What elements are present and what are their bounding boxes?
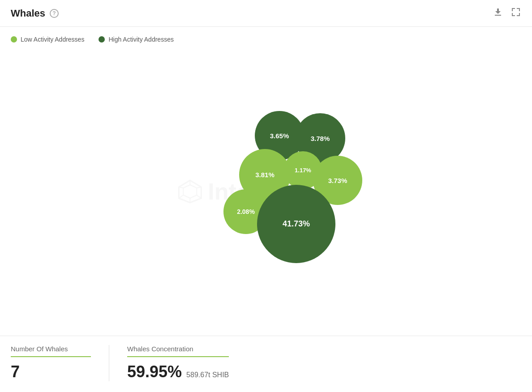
header: Whales ?: [0, 0, 532, 27]
legend-label-low: Low Activity Addresses: [21, 36, 84, 43]
help-icon[interactable]: ?: [50, 9, 59, 18]
legend-dot-high: [99, 36, 105, 43]
legend-dot-low: [11, 36, 17, 43]
footer: Number Of Whales 7 Whales Concentration …: [0, 336, 532, 392]
whales-concentration-value: 59.95%: [127, 362, 182, 381]
legend-item-high: High Activity Addresses: [99, 36, 174, 43]
legend-item-low: Low Activity Addresses: [11, 36, 84, 43]
whales-concentration-row: 59.95% 589.67t SHIB: [127, 362, 229, 381]
page-title: Whales: [11, 8, 45, 19]
number-of-whales-value: 7: [11, 362, 91, 381]
footer-col-concentration: Whales Concentration 59.95% 589.67t SHIB: [127, 345, 229, 381]
footer-col-whales-count: Number Of Whales 7: [11, 345, 109, 381]
number-of-whales-label: Number Of Whales: [11, 345, 91, 357]
whales-concentration-sub: 589.67t SHIB: [186, 371, 229, 379]
header-left: Whales ?: [11, 8, 59, 19]
legend: Low Activity Addresses High Activity Add…: [0, 27, 532, 47]
bubble-b7[interactable]: 41.73%: [257, 185, 335, 263]
whales-widget: Whales ? Low Activity Addresses High Act…: [0, 0, 532, 392]
legend-label-high: High Activity Addresses: [108, 36, 174, 43]
header-right: [493, 7, 521, 20]
whales-concentration-label: Whales Concentration: [127, 345, 229, 357]
download-icon[interactable]: [493, 7, 503, 20]
bubbles-container: 3.65%3.78%3.81%1.17%3.73%2.08%41.73%: [181, 107, 351, 277]
chart-area: IntoTheBlock 3.65%3.78%3.81%1.17%3.73%2.…: [0, 47, 532, 336]
expand-icon[interactable]: [511, 7, 521, 20]
